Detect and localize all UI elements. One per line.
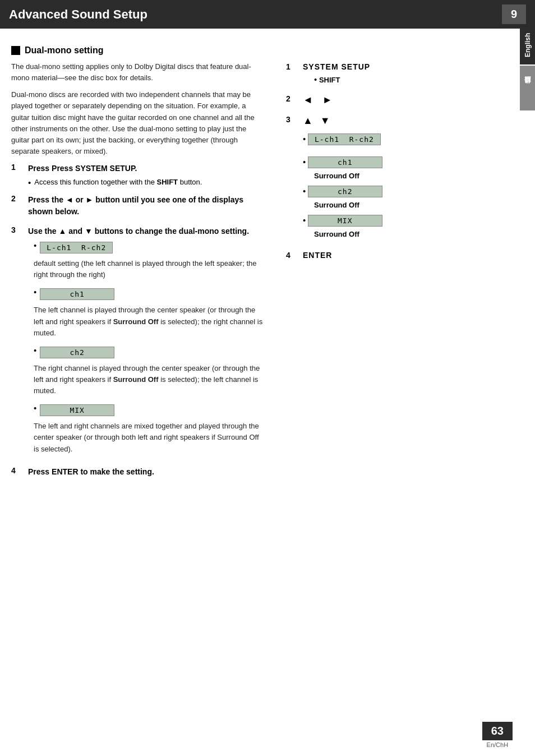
step-2-title: Press the ◄ or ► button until you see on… (28, 194, 264, 218)
display-ch1-item: • ch1 The left channel is played through… (34, 286, 264, 338)
right-step-1-content: SYSTEM SETUP • SHIFT (303, 62, 488, 85)
right-step-3: 3 ▲ ▼ • L-ch1 R-ch2 • ch1 (286, 115, 488, 242)
display-ch2: ch2 (40, 347, 114, 358)
main-content: Dual-mono setting The dual-mono setting … (0, 29, 535, 497)
right-step-4-num: 4 (286, 251, 297, 260)
desc-ch2: The right channel is played through the … (34, 363, 264, 397)
right-step-2-num: 2 (286, 94, 297, 103)
right-display-mix: MIX (308, 215, 382, 227)
right-step-2-arrows: ◄ ► (303, 94, 336, 105)
right-step-1-sub: • SHIFT (314, 73, 488, 85)
step-3-num: 3 (11, 225, 22, 234)
right-step-3-updown: ▲ ▼ (303, 115, 333, 126)
page-lang: En/ChH (487, 741, 509, 748)
step-3-content: Use the ▲ and ▼ buttons to change the du… (28, 225, 264, 460)
surround-off-label-ch2: Surround Off (314, 201, 488, 209)
right-step-2: 2 ◄ ► (286, 94, 488, 106)
para1: The dual-mono setting applies only to Do… (11, 61, 264, 84)
right-display-lch1-rch2: L-ch1 R-ch2 (308, 133, 381, 145)
right-display-lch1-rch2-item: • L-ch1 R-ch2 (303, 131, 488, 147)
right-step-4-content: ENTER (303, 251, 488, 260)
step-1-title: Press Press SYSTEM SETUP.Press SYSTEM SE… (28, 163, 264, 174)
step-1: 1 Press Press SYSTEM SETUP.Press SYSTEM … (11, 163, 264, 188)
desc-lch1-rch2: default setting (the left channel is pla… (34, 258, 264, 280)
step-1-num: 1 (11, 163, 22, 172)
step-4-title: Press ENTER to make the setting. (28, 466, 264, 478)
right-step-4: 4 ENTER (286, 251, 488, 260)
page-title: Advanced Sound Setup (9, 7, 147, 22)
section-title: Dual-mono setting (25, 45, 103, 56)
desc-ch1: The left channel is played through the c… (34, 305, 264, 338)
right-display-ch2-item: • ch2 Surround Off (303, 183, 488, 209)
right-step-2-content: ◄ ► (303, 94, 488, 106)
step-2-num: 2 (11, 194, 22, 203)
step-2: 2 Press the ◄ or ► button until you see … (11, 194, 264, 220)
display-ch1: ch1 (40, 288, 114, 300)
display-mix: MIX (40, 404, 114, 416)
right-display-ch2: ch2 (308, 186, 382, 197)
right-display-mix-item: • MIX Surround Off (303, 213, 488, 238)
step-1-sub: • Access this function together with the… (28, 177, 264, 188)
display-mix-item: • MIX The left and right channels are mi… (34, 402, 264, 454)
bullet-d3: • (34, 344, 36, 356)
header-bar: Advanced Sound Setup 9 (0, 0, 535, 29)
display-ch2-item: • ch2 The right channel is played throug… (34, 344, 264, 397)
right-step-1: 1 SYSTEM SETUP • SHIFT (286, 62, 488, 85)
section-icon (11, 46, 20, 55)
section-heading: Dual-mono setting (11, 45, 264, 56)
step-1-content: Press Press SYSTEM SETUP.Press SYSTEM SE… (28, 163, 264, 188)
step-4-content: Press ENTER to make the setting. (28, 466, 264, 480)
surround-off-label-ch1: Surround Off (314, 172, 488, 180)
right-step-4-label: ENTER (303, 251, 488, 260)
bullet-d2: • (34, 286, 36, 298)
display-lch1-rch2: L-ch1 R-ch2 (40, 242, 113, 253)
side-tab-chinese: 日語韓語 (520, 66, 535, 110)
desc-mix: The left and right channels are mixed to… (34, 421, 264, 454)
step-4: 4 Press ENTER to make the setting. (11, 466, 264, 480)
bullet-d1: • (34, 239, 36, 251)
right-step-1-num: 1 (286, 62, 297, 71)
header-page-number: 9 (502, 4, 526, 24)
side-tab-english: English (520, 25, 535, 64)
right-column: 1 SYSTEM SETUP • SHIFT 2 ◄ ► 3 ▲ ▼ (275, 40, 516, 497)
right-step-3-num: 3 (286, 115, 297, 124)
step-1-sub-text: Access this function together with the S… (34, 177, 202, 188)
display-lch1-rch2-item: • L-ch1 R-ch2 default setting (the left … (34, 239, 264, 280)
surround-off-label-mix: Surround Off (314, 230, 488, 238)
right-step-3-content: ▲ ▼ • L-ch1 R-ch2 • ch1 Surround Off (303, 115, 488, 242)
right-display-ch1: ch1 (308, 156, 382, 168)
step-4-num: 4 (11, 466, 22, 475)
para2: Dual-mono discs are recorded with two in… (11, 89, 264, 157)
footer: 63 En/ChH (482, 722, 513, 748)
page-number-box: 63 (482, 722, 513, 740)
step-2-content: Press the ◄ or ► button until you see on… (28, 194, 264, 220)
right-step-1-label: SYSTEM SETUP (303, 62, 488, 71)
bullet-1: • (28, 177, 31, 188)
left-column: Dual-mono setting The dual-mono setting … (0, 40, 275, 497)
step-3-title: Use the ▲ and ▼ buttons to change the du… (28, 225, 264, 237)
right-display-ch1-item: • ch1 Surround Off (303, 154, 488, 180)
side-tabs: English 日語韓語 (520, 25, 535, 110)
step-3: 3 Use the ▲ and ▼ buttons to change the … (11, 225, 264, 460)
bullet-d4: • (34, 402, 36, 414)
